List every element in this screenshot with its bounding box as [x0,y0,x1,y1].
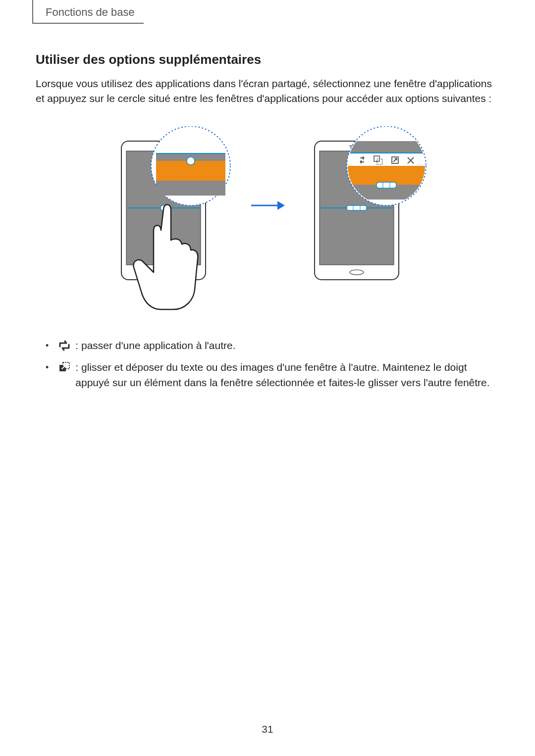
section-header-text: Fonctions de base [46,6,135,18]
svg-point-11 [187,157,195,165]
svg-rect-19 [347,205,367,210]
svg-rect-27 [348,153,425,166]
svg-rect-9 [156,181,225,196]
bullet-marker: • [46,360,49,375]
page-heading: Utiliser des options supplémentaires [36,52,499,67]
page-number: 31 [0,723,535,735]
svg-marker-15 [277,201,285,210]
list-item-text: : passer d'une application à l'autre. [75,338,235,353]
swap-icon [58,340,70,353]
svg-rect-26 [348,141,425,153]
phone-toolbar-illustration [300,126,428,295]
section-header: Fonctions de base [32,0,144,24]
list-item: • : glisser et déposer du texte ou des i… [46,360,499,390]
drag-drop-icon [58,362,70,375]
intro-paragraph: Lorsque vous utilisez des applications d… [36,76,499,106]
bullet-marker: • [46,338,49,353]
instruction-figure [36,126,499,314]
bullet-list: • : passer d'une application à l'autre. … [36,338,499,390]
page-content: Utiliser des options supplémentaires Lor… [36,52,499,397]
list-item: • : passer d'une application à l'autre. [46,338,499,353]
arrow-right-icon [250,198,285,213]
svg-rect-36 [376,182,396,188]
list-item-text: : glisser et déposer du texte ou des ima… [75,360,499,390]
phone-tap-illustration [107,126,235,314]
